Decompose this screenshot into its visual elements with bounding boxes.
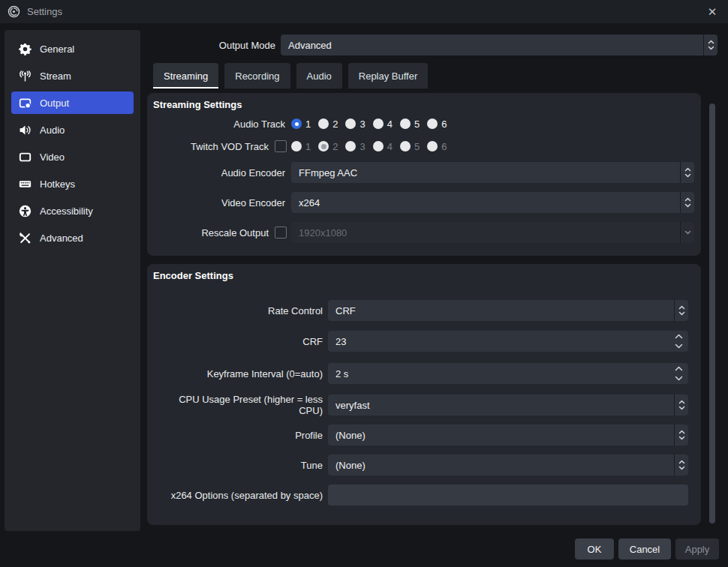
cancel-button[interactable]: Cancel [618, 538, 671, 560]
video-encoder-label: Video Encoder [153, 197, 285, 208]
crf-value: 23 [328, 336, 688, 347]
vod-radio-6 [427, 141, 438, 152]
settings-sidebar: General Stream Output Audio Video Hotkey… [5, 30, 140, 531]
audio-encoder-value: FFmpeg AAC [291, 167, 680, 178]
radio-track-1[interactable] [291, 118, 302, 129]
spin-up-icon[interactable] [675, 334, 683, 339]
combo-updown-icon[interactable] [680, 162, 694, 183]
combo-updown-icon[interactable] [703, 34, 717, 56]
x264-options-label: x264 Options (separated by space) [153, 490, 323, 501]
audio-track-row: Audio Track 1 2 3 4 5 6 [153, 117, 694, 130]
radio-label: 4 [387, 141, 393, 152]
cpu-preset-select[interactable]: veryfast [328, 394, 688, 416]
sidebar-item-label: Accessibility [40, 206, 93, 217]
sidebar-item-general[interactable]: General [11, 38, 134, 60]
tab-streaming[interactable]: Streaming [153, 63, 218, 88]
crf-label: CRF [153, 336, 323, 347]
output-icon [19, 97, 32, 110]
sidebar-item-audio[interactable]: Audio [11, 118, 134, 141]
radio-label: 2 [332, 118, 338, 130]
sidebar-item-label: Advanced [40, 232, 83, 244]
tools-icon [19, 232, 32, 244]
sidebar-item-label: Stream [40, 70, 71, 82]
profile-value: (None) [328, 430, 674, 441]
sidebar-item-accessibility[interactable]: Accessibility [11, 200, 134, 222]
radio-track-5[interactable] [400, 118, 411, 129]
titlebar: Settings ✕ [0, 0, 728, 23]
obs-logo-icon [8, 5, 20, 18]
spin-down-icon[interactable] [675, 344, 683, 349]
rate-control-select[interactable]: CRF [328, 300, 688, 321]
spin-down-icon[interactable] [675, 376, 683, 381]
sidebar-item-video[interactable]: Video [11, 146, 134, 168]
radio-track-3[interactable] [345, 118, 356, 129]
output-mode-select[interactable]: Advanced [281, 34, 717, 56]
group-title: Streaming Settings [153, 99, 242, 110]
crf-spinbox[interactable]: 23 [328, 331, 688, 352]
radio-label: 6 [441, 118, 447, 130]
radio-label: 1 [305, 141, 311, 152]
vod-radio-3 [345, 141, 356, 152]
tab-audio[interactable]: Audio [296, 63, 342, 88]
radio-track-2[interactable] [318, 118, 329, 129]
sidebar-item-advanced[interactable]: Advanced [11, 226, 134, 249]
tab-label: Replay Buffer [359, 70, 418, 82]
sidebar-item-stream[interactable]: Stream [11, 64, 134, 87]
tab-recording[interactable]: Recording [224, 63, 290, 88]
tune-select[interactable]: (None) [328, 454, 688, 476]
audio-track-label: Audio Track [153, 118, 285, 130]
speaker-icon [19, 124, 32, 136]
cpu-preset-label: CPU Usage Preset (higher = less CPU) [153, 394, 323, 416]
profile-label: Profile [153, 430, 323, 441]
combo-updown-icon[interactable] [680, 192, 694, 213]
radio-label: 5 [414, 141, 420, 152]
broadcast-antenna-icon [19, 70, 32, 82]
keyframe-interval-spinbox[interactable]: 2 s [328, 363, 688, 384]
encoder-settings-group: Encoder Settings Rate Control CRF CRF 23… [147, 264, 701, 525]
sidebar-item-label: Hotkeys [40, 178, 75, 190]
window-title: Settings [27, 6, 62, 17]
output-mode-label: Output Mode [147, 40, 275, 51]
keyframe-interval-label: Keyframe Interval (0=auto) [153, 368, 323, 380]
combo-updown-icon[interactable] [674, 454, 688, 476]
rate-control-value: CRF [328, 305, 674, 316]
radio-track-4[interactable] [373, 118, 384, 129]
sidebar-item-hotkeys[interactable]: Hotkeys [11, 172, 134, 195]
display-icon [19, 151, 32, 164]
audio-encoder-select[interactable]: FFmpeg AAC [291, 162, 694, 183]
x264-options-row: x264 Options (separated by space) [153, 484, 688, 506]
audio-encoder-label: Audio Encoder [153, 167, 285, 178]
radio-track-6[interactable] [427, 118, 438, 129]
cpu-preset-value: veryfast [328, 400, 674, 411]
combo-updown-icon[interactable] [674, 300, 688, 321]
close-icon[interactable]: ✕ [704, 5, 720, 19]
profile-select[interactable]: (None) [328, 424, 688, 446]
output-mode-value: Advanced [281, 40, 703, 51]
twitch-vod-label: Twitch VOD Track [153, 141, 269, 152]
keyboard-icon [19, 178, 32, 190]
spin-up-icon[interactable] [675, 366, 683, 371]
rescale-output-checkbox[interactable] [275, 226, 287, 238]
output-tabs: Streaming Recording Audio Replay Buffer [153, 63, 428, 88]
tab-label: Audio [307, 70, 332, 82]
tab-replay-buffer[interactable]: Replay Buffer [348, 63, 429, 88]
keyframe-interval-value: 2 s [328, 368, 688, 380]
tab-label: Streaming [164, 70, 208, 82]
ok-button[interactable]: OK [575, 538, 614, 560]
sidebar-item-output[interactable]: Output [11, 92, 134, 114]
combo-updown-icon[interactable] [674, 394, 688, 416]
rate-control-label: Rate Control [153, 305, 323, 316]
radio-label: 3 [359, 118, 365, 130]
vertical-scrollbar-thumb[interactable] [709, 104, 715, 524]
crf-row: CRF 23 [153, 331, 688, 352]
combo-updown-icon[interactable] [674, 424, 688, 446]
radio-label: 4 [387, 118, 393, 130]
video-encoder-select[interactable]: x264 [291, 192, 694, 213]
output-mode-row: Output Mode Advanced [147, 34, 717, 56]
radio-label: 3 [359, 141, 365, 152]
accessibility-icon [19, 205, 32, 218]
sidebar-item-label: General [40, 44, 74, 55]
twitch-vod-checkbox[interactable] [275, 140, 287, 152]
streaming-settings-group: Streaming Settings Audio Track 1 2 3 4 5… [147, 93, 701, 256]
x264-options-input[interactable] [328, 484, 688, 506]
